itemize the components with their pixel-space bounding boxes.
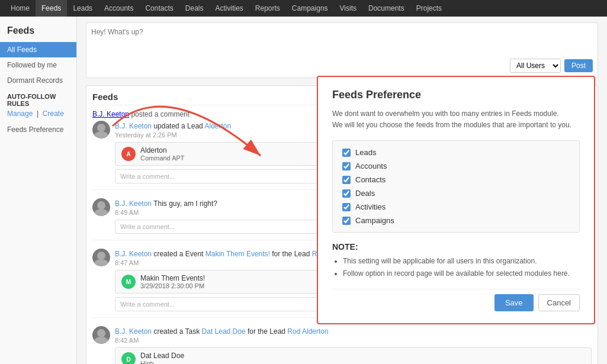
checkbox-deals[interactable] bbox=[342, 189, 351, 198]
checkbox-deals-label: Deals bbox=[355, 189, 375, 198]
create-link[interactable]: Create bbox=[43, 109, 64, 118]
card-sub: 3/29/2018 2:30:00 PM bbox=[140, 282, 205, 289]
checkbox-item-campaigns: Campaigns bbox=[342, 216, 570, 225]
note-item: Follow option in record page will be ava… bbox=[343, 268, 580, 279]
card-icon: M bbox=[121, 275, 136, 289]
avatar bbox=[92, 326, 110, 344]
checkbox-leads[interactable] bbox=[342, 149, 351, 157]
dialog-actions: Save Cancel bbox=[332, 289, 580, 311]
checkbox-campaigns[interactable] bbox=[342, 217, 351, 225]
note-section: NOTE: This setting will be applicable fo… bbox=[332, 242, 580, 279]
nav-visits[interactable]: Visits bbox=[334, 0, 362, 17]
feed-text: B.J. Keeton updated a Lead Alderton bbox=[115, 121, 231, 131]
svg-point-6 bbox=[97, 329, 105, 337]
manage-link[interactable]: Manage bbox=[7, 109, 33, 118]
svg-point-2 bbox=[97, 201, 105, 210]
sidebar-item-followed[interactable]: Followed by me bbox=[0, 57, 76, 73]
dialog-desc: We dont want to overwhelm you with too m… bbox=[332, 108, 580, 131]
card-icon: D bbox=[121, 352, 136, 364]
post-area: All Users Followers Post bbox=[86, 22, 598, 78]
sidebar-item-dormant[interactable]: Dormant Records bbox=[0, 73, 76, 88]
card-sub: Command APT bbox=[140, 154, 185, 162]
nav-campaigns[interactable]: Campaigns bbox=[286, 0, 334, 17]
feed-lead-link[interactable]: Rod Alderton bbox=[287, 327, 328, 336]
card-name: Alderton bbox=[140, 146, 185, 154]
svg-point-5 bbox=[94, 259, 108, 266]
nav-accounts[interactable]: Accounts bbox=[98, 0, 139, 17]
checkbox-accounts[interactable] bbox=[342, 162, 351, 170]
feed-actor-link[interactable]: B.J. Keeton bbox=[115, 250, 152, 258]
feed-actor-link[interactable]: B.J. Keeton bbox=[115, 199, 152, 208]
checkbox-accounts-label: Accounts bbox=[355, 162, 387, 170]
card-name: Makin Them Events! bbox=[140, 274, 205, 282]
feed-text: B.J. Keeton This guy, am I right? bbox=[115, 198, 217, 209]
svg-point-4 bbox=[97, 252, 105, 260]
note-title: NOTE: bbox=[332, 242, 580, 252]
avatar bbox=[92, 121, 110, 138]
nav-projects[interactable]: Projects bbox=[410, 0, 448, 17]
feed-actor-link[interactable]: B.J. Keeton bbox=[115, 122, 152, 130]
note-list: This setting will be applicable for all … bbox=[332, 255, 580, 279]
feed-lead-link[interactable]: Alderton bbox=[204, 122, 231, 130]
dialog-title: Feeds Preference bbox=[332, 89, 580, 101]
checkbox-activities-label: Activities bbox=[355, 202, 386, 211]
nav-leads[interactable]: Leads bbox=[67, 0, 98, 17]
checkbox-item-accounts: Accounts bbox=[342, 162, 570, 170]
svg-point-3 bbox=[94, 209, 108, 216]
card-name: Dat Lead Doe bbox=[140, 352, 184, 360]
nav-contacts[interactable]: Contacts bbox=[139, 0, 179, 17]
checkbox-contacts-label: Contacts bbox=[355, 175, 386, 184]
nav-documents[interactable]: Documents bbox=[362, 0, 410, 17]
nav-home[interactable]: Home bbox=[5, 0, 36, 17]
checkbox-contacts[interactable] bbox=[342, 176, 351, 184]
cancel-button[interactable]: Cancel bbox=[538, 294, 580, 311]
checkbox-activities[interactable] bbox=[342, 203, 351, 211]
checkbox-item-deals: Deals bbox=[342, 189, 570, 198]
svg-point-0 bbox=[97, 124, 105, 132]
nav-deals[interactable]: Deals bbox=[179, 0, 210, 17]
inline-card: D Dat Lead Doe High bbox=[115, 347, 592, 364]
feeds-title: Feeds bbox=[92, 92, 118, 102]
feed-time: 8:42 AM bbox=[115, 337, 329, 344]
feed-event-link[interactable]: Makin Them Events! bbox=[205, 250, 270, 258]
checkbox-item-leads: Leads bbox=[342, 148, 570, 157]
post-button[interactable]: Post bbox=[564, 59, 593, 72]
feed-text: B.J. Keeton created a Task Dat Lead Doe … bbox=[115, 326, 329, 337]
feed-time: 8:49 AM bbox=[115, 209, 217, 216]
feed-item: B.J. Keeton created a Task Dat Lead Doe … bbox=[92, 326, 592, 364]
sidebar-title: Feeds bbox=[0, 22, 76, 42]
top-navigation: Home Feeds Leads Accounts Contacts Deals… bbox=[0, 0, 607, 17]
feed-actor-link[interactable]: B.J. Keeton bbox=[115, 327, 152, 336]
sidebar-manage-create: Manage | Create bbox=[0, 108, 76, 119]
nav-activities[interactable]: Activities bbox=[209, 0, 249, 17]
user-select[interactable]: All Users Followers bbox=[510, 59, 561, 73]
card-sub: High bbox=[140, 360, 184, 364]
auto-follow-label: AUTO-FOLLOW RULES bbox=[0, 88, 76, 108]
checkbox-campaigns-label: Campaigns bbox=[355, 216, 394, 225]
svg-point-7 bbox=[94, 337, 108, 344]
card-icon: A bbox=[121, 147, 136, 161]
checkbox-leads-label: Leads bbox=[355, 148, 376, 157]
feed-actor-link[interactable]: B.J. Keeton bbox=[92, 110, 129, 118]
svg-point-1 bbox=[94, 131, 108, 138]
save-button[interactable]: Save bbox=[494, 294, 534, 311]
feeds-preference-dialog: Feeds Preference We dont want to overwhe… bbox=[317, 76, 595, 324]
feed-time: Yesterday at 2:26 PM bbox=[115, 131, 231, 138]
avatar bbox=[92, 249, 110, 266]
feed-task-link[interactable]: Dat Lead Doe bbox=[202, 327, 246, 336]
sidebar-feeds-preference[interactable]: Feeds Preference bbox=[0, 122, 76, 137]
checkbox-list: Leads Accounts Contacts Deals bbox=[332, 140, 580, 233]
avatar bbox=[92, 198, 110, 216]
nav-reports[interactable]: Reports bbox=[249, 0, 286, 17]
checkbox-item-contacts: Contacts bbox=[342, 175, 570, 184]
main-content: All Users Followers Post Feeds All Now B… bbox=[77, 17, 607, 364]
nav-feeds[interactable]: Feeds bbox=[36, 0, 67, 17]
post-input[interactable] bbox=[91, 28, 593, 54]
note-item: This setting will be applicable for all … bbox=[343, 255, 580, 267]
sidebar: Feeds All Feeds Followed by me Dormant R… bbox=[0, 17, 77, 364]
checkbox-item-activities: Activities bbox=[342, 202, 570, 211]
sidebar-item-all-feeds[interactable]: All Feeds bbox=[0, 42, 76, 57]
